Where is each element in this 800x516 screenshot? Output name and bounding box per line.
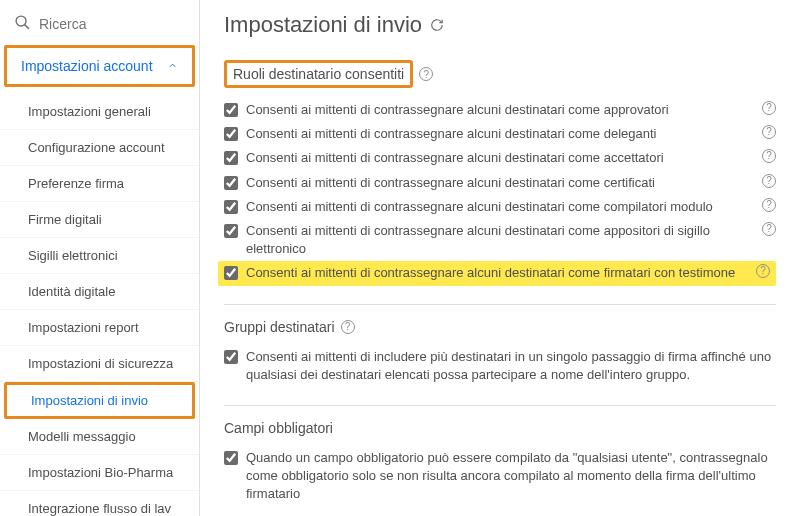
checkbox-row-approvers: Consenti ai mittenti di contrassegnare a…: [224, 98, 776, 122]
checkbox-row-form-fillers: Consenti ai mittenti di contrassegnare a…: [224, 195, 776, 219]
checkbox-groups[interactable]: [224, 350, 238, 364]
required-checkbox-list: Quando un campo obbligatorio può essere …: [224, 446, 776, 507]
checkbox-approvers[interactable]: [224, 103, 238, 117]
checkbox-row-delegators: Consenti ai mittenti di contrassegnare a…: [224, 122, 776, 146]
checkbox-label: Consenti ai mittenti di contrassegnare a…: [246, 264, 748, 282]
sidebar-item-send-settings[interactable]: Impostazioni di invio: [4, 382, 195, 419]
checkbox-row-required: Quando un campo obbligatorio può essere …: [224, 446, 776, 507]
svg-line-1: [25, 25, 29, 29]
help-icon[interactable]: ?: [762, 198, 776, 212]
section-required-header: Campi obbligatori: [224, 420, 776, 436]
section-roles-title: Ruoli destinatario consentiti: [224, 60, 413, 88]
checkbox-row-seal: Consenti ai mittenti di contrassegnare a…: [224, 219, 776, 261]
sidebar-item-digital-identity[interactable]: Identità digitale: [0, 274, 199, 310]
checkbox-row-witness: Consenti ai mittenti di contrassegnare a…: [218, 261, 776, 285]
checkbox-label: Consenti ai mittenti di contrassegnare a…: [246, 174, 754, 192]
svg-point-0: [16, 16, 26, 26]
search-icon: [14, 14, 31, 34]
divider: [224, 304, 776, 305]
roles-checkbox-list: Consenti ai mittenti di contrassegnare a…: [224, 98, 776, 286]
section-groups-title: Gruppi destinatari: [224, 319, 335, 335]
sidebar-nav: Impostazioni generali Configurazione acc…: [0, 88, 199, 516]
main-content: Impostazioni di invio Ruoli destinatario…: [200, 0, 800, 516]
search-box: [0, 8, 199, 44]
checkbox-required[interactable]: [224, 451, 238, 465]
help-icon[interactable]: ?: [341, 320, 355, 334]
sidebar-section-label: Impostazioni account: [21, 58, 153, 74]
checkbox-form-fillers[interactable]: [224, 200, 238, 214]
checkbox-label: Consenti ai mittenti di contrassegnare a…: [246, 101, 754, 119]
sidebar-item-signature-pref[interactable]: Preferenze firma: [0, 166, 199, 202]
help-icon[interactable]: ?: [762, 174, 776, 188]
section-roles-header: Ruoli destinatario consentiti ?: [224, 60, 776, 88]
sidebar: Impostazioni account Impostazioni genera…: [0, 0, 200, 516]
sidebar-item-digital-signatures[interactable]: Firme digitali: [0, 202, 199, 238]
sidebar-item-workflow-integration[interactable]: Integrazione flusso di lav: [0, 491, 199, 516]
checkbox-row-acceptors: Consenti ai mittenti di contrassegnare a…: [224, 146, 776, 170]
checkbox-acceptors[interactable]: [224, 151, 238, 165]
sidebar-item-electronic-seals[interactable]: Sigilli elettronici: [0, 238, 199, 274]
checkbox-certified[interactable]: [224, 176, 238, 190]
checkbox-delegators[interactable]: [224, 127, 238, 141]
sidebar-item-general[interactable]: Impostazioni generali: [0, 94, 199, 130]
sidebar-item-security[interactable]: Impostazioni di sicurezza: [0, 346, 199, 382]
section-groups-header: Gruppi destinatari ?: [224, 319, 776, 335]
refresh-icon[interactable]: [430, 12, 444, 38]
checkbox-label: Consenti ai mittenti di includere più de…: [246, 348, 776, 384]
checkbox-label: Consenti ai mittenti di contrassegnare a…: [246, 222, 754, 258]
checkbox-witness[interactable]: [224, 266, 238, 280]
checkbox-row-certified: Consenti ai mittenti di contrassegnare a…: [224, 171, 776, 195]
checkbox-label: Consenti ai mittenti di contrassegnare a…: [246, 198, 754, 216]
sidebar-item-account-config[interactable]: Configurazione account: [0, 130, 199, 166]
divider: [224, 405, 776, 406]
checkbox-seal[interactable]: [224, 224, 238, 238]
sidebar-item-report-settings[interactable]: Impostazioni report: [0, 310, 199, 346]
sidebar-section-account[interactable]: Impostazioni account: [4, 45, 195, 87]
checkbox-label: Quando un campo obbligatorio può essere …: [246, 449, 776, 504]
sidebar-item-bio-pharma[interactable]: Impostazioni Bio-Pharma: [0, 455, 199, 491]
page-title: Impostazioni di invio: [224, 12, 776, 38]
help-icon[interactable]: ?: [762, 101, 776, 115]
checkbox-row-groups: Consenti ai mittenti di includere più de…: [224, 345, 776, 387]
sidebar-item-message-templates[interactable]: Modelli messaggio: [0, 419, 199, 455]
help-icon[interactable]: ?: [762, 149, 776, 163]
help-icon[interactable]: ?: [756, 264, 770, 278]
help-icon[interactable]: ?: [762, 125, 776, 139]
checkbox-label: Consenti ai mittenti di contrassegnare a…: [246, 149, 754, 167]
section-required-title: Campi obbligatori: [224, 420, 333, 436]
checkbox-label: Consenti ai mittenti di contrassegnare a…: [246, 125, 754, 143]
chevron-up-icon: [167, 58, 178, 74]
search-input[interactable]: [39, 16, 185, 32]
groups-checkbox-list: Consenti ai mittenti di includere più de…: [224, 345, 776, 387]
page-title-text: Impostazioni di invio: [224, 12, 422, 38]
help-icon[interactable]: ?: [419, 67, 433, 81]
help-icon[interactable]: ?: [762, 222, 776, 236]
